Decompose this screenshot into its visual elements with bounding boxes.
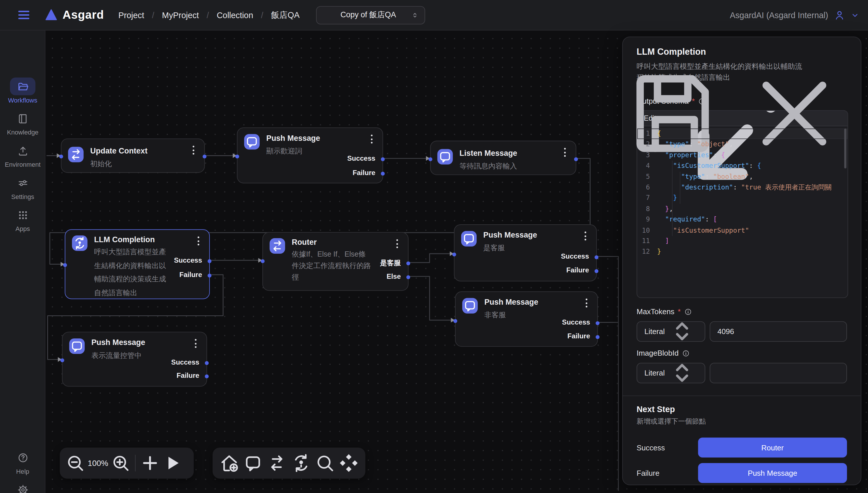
workflow-node-update-context[interactable]: Update Context初始化 [61, 138, 205, 173]
node-menu-button[interactable] [190, 146, 197, 155]
node-output-port[interactable] [381, 171, 384, 175]
node-subtitle: 等待訊息內容輸入 [460, 161, 517, 171]
node-title: Update Context [90, 146, 148, 155]
palette-swap-button[interactable] [266, 452, 288, 474]
asgard-logo-icon [44, 8, 58, 22]
node-output-port[interactable] [207, 273, 211, 277]
zoom-in-button[interactable] [110, 452, 132, 474]
node-input-port[interactable] [63, 263, 67, 267]
next-step-row: SuccessRouter [637, 438, 847, 457]
workflow-node-llm-completion[interactable]: LLM Completion呼叫大型語言模型並產生結構化的資料輸出以輔助流程的決… [65, 229, 210, 299]
panel-title: LLM Completion [637, 47, 847, 57]
node-input-port[interactable] [235, 154, 239, 158]
code-line: 6 "description": "true 表示使用者正在詢問關 [637, 182, 848, 193]
node-input-port[interactable] [261, 259, 265, 263]
node-title: Listen Message [460, 148, 517, 157]
node-output-label: Failure [567, 332, 590, 340]
code-editor-area[interactable]: 1{2 "type": "object",3 "properties": {4 … [637, 126, 848, 298]
sidebar-item-workspace[interactable]: Workspace [0, 481, 45, 493]
node-config-panel: LLM Completion 呼叫大型語言模型並產生結構化的資料輸出以輔助流程的… [622, 37, 861, 485]
node-output-port[interactable] [574, 157, 578, 161]
code-line: 11 ] [637, 236, 848, 246]
sidebar-item-help[interactable]: Help [0, 449, 45, 475]
workflow-node-listen-message[interactable]: Listen Message等待訊息內容輸入 [430, 141, 576, 175]
max-tokens-input[interactable]: 4096 [710, 321, 847, 342]
sidebar-item-settings[interactable]: Settings [0, 174, 45, 200]
workflow-node-router[interactable]: Router依據If、Else If、Else條件決定工作流程執行的路徑是客服E… [263, 232, 409, 291]
code-line: 2 "type": "object", [637, 140, 848, 150]
node-title: Push Message [266, 134, 320, 143]
workflow-node-push-message-is-cs[interactable]: Push Message是客服SuccessFailure [454, 224, 597, 281]
palette-llm-button[interactable] [290, 452, 312, 474]
next-step-row: FailurePush Message [637, 463, 847, 483]
palette-move-button[interactable] [338, 452, 360, 474]
node-menu-button[interactable] [561, 148, 568, 157]
node-output-port[interactable] [595, 255, 598, 259]
node-menu-button[interactable] [583, 299, 589, 307]
node-output-port[interactable] [596, 335, 600, 339]
workflow-version-select[interactable]: Copy of 飯店QA [316, 6, 425, 24]
palette-chat-button[interactable] [242, 452, 264, 474]
workflow-node-push-message-welcome[interactable]: Push Message顯示歡迎詞SuccessFailure [237, 127, 383, 183]
sidebar-item-knowledge[interactable]: Knowledge [0, 110, 45, 136]
image-blob-id-mode-select[interactable]: Literal [637, 363, 705, 383]
code-line: 8 }, [637, 203, 848, 214]
node-input-port[interactable] [452, 252, 456, 256]
node-input-port[interactable] [61, 358, 64, 362]
chat-node-icon [438, 149, 453, 165]
node-output-port[interactable] [207, 259, 211, 263]
node-input-port[interactable] [59, 154, 63, 158]
app-window: Update Context初始化Push Message顯示歡迎詞Succes… [0, 0, 868, 493]
help-icon [17, 452, 28, 463]
node-menu-button[interactable] [582, 232, 588, 240]
sidebar-item-apps[interactable]: Apps [0, 206, 45, 232]
workflow-node-push-message-traffic[interactable]: Push Message表示流量控管中SuccessFailure [62, 332, 207, 386]
palette-home-plus-button[interactable] [218, 452, 240, 474]
node-menu-button[interactable] [192, 339, 199, 348]
node-menu-button[interactable] [394, 239, 400, 248]
breadcrumb-item-project[interactable]: Project [118, 10, 144, 20]
add-node-button[interactable] [139, 452, 161, 474]
toolbar-divider [135, 455, 136, 471]
node-menu-button[interactable] [368, 134, 375, 144]
run-workflow-button[interactable] [161, 452, 183, 474]
swap-node-icon [68, 147, 84, 163]
workflow-node-push-message-not-cs[interactable]: Push Message非客服SuccessFailure [455, 292, 598, 347]
node-input-port[interactable] [428, 157, 432, 161]
palette-search-button[interactable] [314, 452, 336, 474]
max-tokens-mode-select[interactable]: Literal [637, 321, 705, 342]
node-output-label: Else [386, 273, 401, 280]
sidebar-item-label: Workflows [8, 97, 38, 104]
node-output-port[interactable] [205, 374, 209, 378]
sidebar-item-environment[interactable]: Environment [0, 142, 45, 168]
node-description: 呼叫大型語言模型並產生結構化的資料輸出以輔助流程的決策或生成自然語言輸出 [94, 245, 166, 300]
chat-node-icon [461, 231, 476, 246]
sidebar-item-label: Knowledge [7, 129, 38, 136]
image-blob-id-input[interactable] [710, 363, 847, 383]
editor-scrollbar[interactable] [844, 128, 846, 168]
node-output-port[interactable] [595, 269, 598, 273]
zoom-out-button[interactable] [64, 452, 86, 474]
menu-icon[interactable] [17, 8, 31, 22]
user-icon[interactable] [834, 9, 845, 21]
node-output-port[interactable] [406, 261, 410, 265]
node-output-port[interactable] [205, 361, 209, 365]
next-step-node-button-success[interactable]: Router [698, 438, 847, 457]
llm-node-icon [72, 235, 88, 251]
node-output-port[interactable] [381, 157, 384, 161]
node-subtitle: 非客服 [484, 310, 506, 320]
sidebar-item-workflows[interactable]: Workflows [0, 78, 45, 103]
node-output-label: Success [171, 359, 199, 366]
breadcrumb-item-collection[interactable]: Collection [217, 10, 253, 20]
breadcrumb-item-myproject[interactable]: MyProject [162, 10, 199, 20]
node-output-port[interactable] [406, 275, 410, 279]
chevron-down-icon[interactable] [851, 11, 859, 19]
breadcrumb-item-飯店qa[interactable]: 飯店QA [271, 10, 299, 20]
node-output-label: Success [561, 253, 589, 260]
node-output-port[interactable] [203, 154, 206, 158]
node-menu-button[interactable] [195, 236, 201, 245]
sliders-icon [17, 177, 28, 189]
node-output-port[interactable] [596, 321, 600, 325]
next-step-node-button-failure[interactable]: Push Message [698, 463, 847, 483]
node-input-port[interactable] [453, 319, 457, 323]
